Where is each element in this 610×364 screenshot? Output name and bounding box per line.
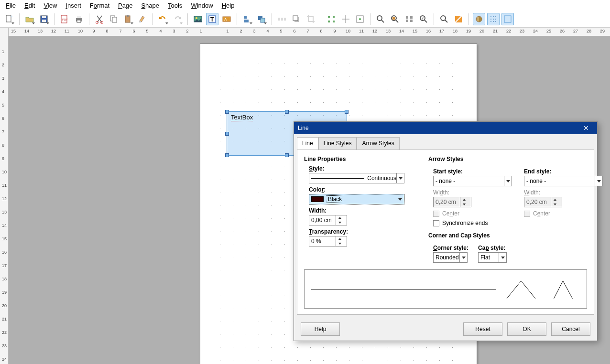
clone-format-button[interactable] (136, 13, 149, 25)
corner-style-value: Rounded (436, 254, 459, 261)
synchronize-checkbox[interactable]: Synchronize ends (433, 220, 514, 226)
dialog-titlebar[interactable]: Line ✕ (294, 122, 597, 134)
preview-corner-wide-icon (504, 277, 538, 301)
cap-style-combo[interactable]: Flat (478, 252, 507, 263)
open-button[interactable] (23, 13, 36, 25)
dialog-tabs: Line Line Styles Arrow Styles (294, 134, 597, 150)
line-width-input[interactable] (309, 215, 336, 225)
svg-point-61 (490, 21, 491, 22)
line-color-combo[interactable]: Black (309, 194, 404, 204)
horizontal-ruler[interactable]: 1514131211109876543211234567891011121314… (9, 28, 610, 36)
svg-rect-14 (127, 15, 129, 17)
color-swatch-icon (311, 196, 324, 202)
cancel-button[interactable]: Cancel (551, 322, 590, 336)
copy-button[interactable] (108, 13, 120, 25)
insert-image-button[interactable] (192, 13, 204, 25)
spin-up-icon[interactable] (336, 236, 343, 241)
menu-format[interactable]: Format (86, 1, 113, 10)
preview-corner-narrow-icon (546, 277, 580, 301)
svg-rect-23 (244, 20, 249, 22)
menu-help[interactable]: Help (218, 1, 239, 10)
new-button[interactable] (3, 13, 15, 25)
export-pdf-button[interactable]: PDF (58, 13, 71, 25)
tab-line[interactable]: Line (297, 137, 318, 150)
width-label: Width: (309, 207, 414, 214)
toggle-grid-button[interactable] (487, 13, 500, 25)
vertical-ruler[interactable]: 1234567891011121314151617181920212223242… (0, 28, 9, 364)
zoom-button[interactable] (374, 13, 387, 25)
extrusion-button[interactable] (473, 13, 485, 25)
end-style-combo[interactable]: - none - (524, 176, 603, 186)
help-button[interactable]: Help (301, 322, 340, 336)
svg-line-40 (381, 20, 384, 22)
insert-fontwork-button[interactable]: A (220, 13, 233, 25)
transparency-input[interactable] (309, 236, 336, 246)
svg-rect-8 (77, 20, 81, 22)
insert-textbox-button[interactable]: T (206, 13, 218, 25)
menu-insert[interactable]: Insert (62, 1, 85, 10)
svg-rect-7 (77, 16, 81, 18)
menu-page[interactable]: Page (114, 1, 136, 10)
align-objects-button[interactable] (241, 13, 253, 25)
zoom-100-button[interactable] (403, 13, 415, 25)
svg-rect-45 (410, 16, 413, 19)
undo-button[interactable] (157, 13, 169, 25)
resize-handle-ne[interactable] (345, 110, 349, 114)
end-center-checkbox: Center (524, 210, 605, 217)
resize-handle-w[interactable] (225, 132, 229, 136)
svg-rect-0 (6, 15, 11, 22)
print-button[interactable] (73, 13, 85, 25)
snap-guides-button[interactable] (339, 13, 352, 25)
distribute-button[interactable] (276, 13, 288, 25)
line-width-spinner[interactable] (309, 215, 347, 225)
menu-edit[interactable]: Edit (21, 1, 39, 10)
grid-toggle-button[interactable] (438, 13, 450, 25)
corner-style-combo[interactable]: Rounded (433, 252, 468, 263)
menu-file[interactable]: File (2, 1, 20, 10)
helplines-button[interactable] (452, 13, 465, 25)
tab-line-styles[interactable]: Line Styles (318, 137, 357, 150)
resize-handle-n[interactable] (285, 110, 289, 114)
menu-window[interactable]: Window (187, 1, 217, 10)
start-style-combo[interactable]: - none - (433, 176, 512, 186)
ok-button[interactable]: OK (507, 322, 546, 336)
spin-down-icon[interactable] (336, 241, 343, 246)
menu-shape[interactable]: Shape (137, 1, 163, 10)
arrange-button[interactable] (255, 13, 268, 25)
menu-tools[interactable]: Tools (164, 1, 186, 10)
gluepoints-button[interactable] (354, 13, 366, 25)
shadow-button[interactable] (290, 13, 303, 25)
resize-handle-nw[interactable] (225, 110, 229, 114)
close-icon[interactable]: ✕ (579, 124, 593, 132)
dialog-title: Line (298, 125, 309, 131)
tab-arrow-styles[interactable]: Arrow Styles (357, 137, 399, 150)
svg-rect-64 (504, 16, 511, 22)
cut-button[interactable] (93, 13, 106, 25)
chevron-down-icon (595, 176, 602, 186)
selection-border-button[interactable] (501, 13, 514, 25)
textbox-text: TextBox (231, 114, 253, 121)
save-button[interactable] (38, 13, 50, 25)
spin-down-icon[interactable] (336, 220, 343, 225)
zoom-fit-button[interactable]: ⤢ (417, 13, 430, 25)
paste-button[interactable] (122, 13, 134, 25)
preview-line-icon (311, 289, 496, 289)
crop-button[interactable] (305, 13, 317, 25)
resize-handle-s[interactable] (285, 153, 289, 157)
redo-button[interactable] (171, 13, 184, 25)
spin-up-icon[interactable] (336, 215, 343, 220)
line-style-combo[interactable]: Continuous (309, 173, 404, 183)
end-width-spinner (524, 197, 562, 207)
svg-rect-44 (406, 16, 408, 19)
svg-rect-28 (284, 18, 286, 21)
resize-handle-sw[interactable] (225, 153, 229, 157)
zoom-page-button[interactable] (389, 13, 401, 25)
menu-view[interactable]: View (40, 1, 61, 10)
style-label: Style: (309, 165, 414, 172)
svg-point-55 (490, 16, 491, 17)
reset-button[interactable]: Reset (463, 322, 502, 336)
transparency-spinner[interactable] (309, 236, 347, 246)
transform-points-button[interactable] (325, 13, 338, 25)
svg-rect-25 (261, 18, 265, 22)
spin-up-icon (460, 197, 468, 202)
